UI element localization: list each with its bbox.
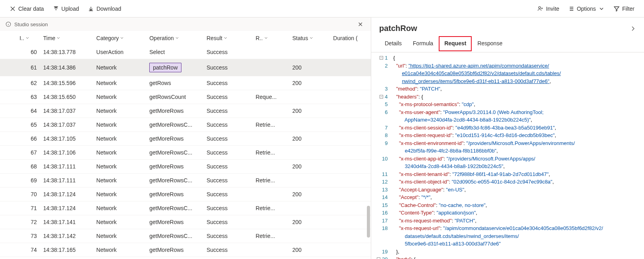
col-r[interactable]: R.. (253, 31, 289, 45)
table-row[interactable]: 7514:38:17.165NetworkgetMoreRowsC...Succ… (0, 257, 371, 259)
options-label: Options (577, 6, 596, 12)
table-row[interactable]: 7414:38:17.165NetworkgetMoreRowsSuccess2… (0, 243, 371, 257)
scrollbar-thumb[interactable] (367, 206, 370, 238)
toolbar: Clear data Upload Download Invite Option… (0, 0, 644, 17)
col-operation[interactable]: Operation (146, 31, 203, 45)
chevron-right-icon[interactable] (630, 25, 636, 32)
banner-close-button[interactable]: ✕ (355, 19, 365, 30)
person-add-icon (537, 6, 544, 12)
tab-formula[interactable]: Formula (407, 36, 439, 51)
table-row[interactable]: 6414:38:17.037NetworkgetMoreRowsSuccess2… (0, 104, 371, 118)
banner-text: Studio session (14, 21, 48, 27)
detail-tabs: Details Formula Request Response (371, 36, 644, 51)
list-icon (568, 6, 575, 12)
col-category[interactable]: Category (93, 31, 147, 45)
detail-pane: patchRow Details Formula Request Respons… (371, 17, 644, 259)
events-table: I.. Time Category Operation Result R.. S… (0, 31, 371, 259)
upload-label: Upload (62, 6, 79, 12)
request-code-viewer[interactable]: −123−45678910111213141516171819−20212223… (371, 52, 644, 259)
table-row[interactable]: 7214:38:17.141NetworkgetMoreRowsSuccess2… (0, 215, 371, 229)
tab-request[interactable]: Request (439, 36, 472, 51)
chevron-down-icon (598, 6, 605, 12)
filter-label: Filter (622, 6, 634, 12)
upload-icon (53, 6, 59, 12)
table-row[interactable]: 6314:38:15.650NetworkgetRowsCountSuccess… (0, 90, 371, 104)
left-pane: Studio session ✕ I.. Time Category Opera… (0, 17, 371, 259)
events-table-scroll[interactable]: I.. Time Category Operation Result R.. S… (0, 31, 371, 259)
col-duration[interactable]: Duration ( (330, 31, 371, 45)
col-status[interactable]: Status (289, 31, 330, 45)
table-row[interactable]: 6514:38:17.037NetworkgetMoreRowsC...Succ… (0, 118, 371, 132)
code-content: { "url": "https://tip1-shared.azure-apim… (391, 52, 644, 259)
table-row[interactable]: 6114:38:14.386NetworkpatchRowSuccess200 (0, 59, 371, 76)
table-row[interactable]: 7114:38:17.124NetworkgetMoreRowsC...Succ… (0, 201, 371, 215)
tab-response[interactable]: Response (472, 36, 508, 51)
table-row[interactable]: 6914:38:17.111NetworkgetMoreRowsC...Succ… (0, 174, 371, 187)
invite-button[interactable]: Invite (533, 3, 563, 14)
col-time[interactable]: Time (40, 31, 93, 45)
table-row[interactable]: 6214:38:15.596NetworkgetRowsSuccess200 (0, 76, 371, 90)
info-icon (6, 21, 11, 27)
svg-point-0 (539, 6, 541, 8)
filter-icon (613, 6, 620, 12)
table-row[interactable]: 6714:38:17.106NetworkgetMoreRowsC...Succ… (0, 146, 371, 160)
filter-button[interactable]: Filter (609, 3, 638, 14)
code-gutter: −123−45678910111213141516171819−20212223 (371, 52, 391, 259)
col-result[interactable]: Result (203, 31, 252, 45)
table-row[interactable]: 6814:38:17.111NetworkgetMoreRowsSuccess2… (0, 160, 371, 174)
download-label: Download (96, 6, 121, 12)
upload-button[interactable]: Upload (49, 3, 83, 14)
tab-details[interactable]: Details (379, 36, 407, 51)
table-row[interactable]: 7314:38:17.142NetworkgetMoreRowsC...Succ… (0, 229, 371, 243)
detail-title: patchRow (379, 24, 417, 33)
clear-data-label: Clear data (18, 6, 44, 12)
clear-data-button[interactable]: Clear data (6, 3, 48, 14)
table-row[interactable]: 7014:38:17.124NetworkgetMoreRowsSuccess2… (0, 187, 371, 201)
invite-label: Invite (546, 6, 559, 12)
download-icon (88, 6, 94, 12)
close-icon (10, 6, 16, 12)
col-id[interactable]: I.. (16, 31, 40, 45)
options-button[interactable]: Options (564, 3, 609, 14)
table-row[interactable]: 6614:38:17.105NetworkgetMoreRowsSuccess2… (0, 132, 371, 146)
table-header-row: I.. Time Category Operation Result R.. S… (0, 31, 371, 45)
table-row[interactable]: 6014:38:13.778UserActionSelectSuccess (0, 45, 371, 59)
download-button[interactable]: Download (84, 3, 125, 14)
session-banner: Studio session ✕ (0, 17, 371, 31)
